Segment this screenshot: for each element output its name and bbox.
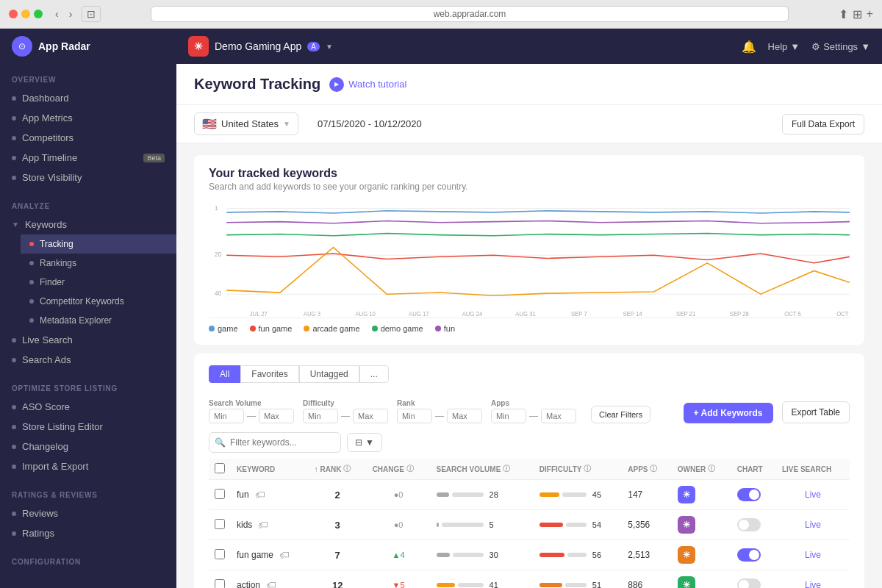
export-table-button[interactable]: Export Table	[782, 401, 850, 423]
country-selector[interactable]: 🇺🇸 United States ▼	[194, 112, 298, 135]
tab-all[interactable]: All	[209, 365, 240, 383]
table-filters-bar: Search Volume — Difficulty —	[209, 399, 850, 423]
sv-info-icon[interactable]: ⓘ	[503, 464, 510, 474]
rank-min[interactable]	[397, 409, 432, 423]
sidebar-item-ratings[interactable]: Ratings	[0, 523, 176, 543]
diff-bar-wrap: 54	[539, 520, 616, 529]
minimize-dot[interactable]	[21, 10, 30, 18]
sidebar-item-store-visibility[interactable]: Store Visibility	[0, 168, 176, 187]
keyword-tag-icon: 🏷	[266, 579, 276, 588]
sidebar-item-tracking[interactable]: Tracking	[21, 234, 176, 254]
top-nav: ⊙ App Radar	[0, 29, 176, 64]
full-data-export-button[interactable]: Full Data Export	[782, 114, 864, 135]
sidebar-item-store-listing-editor[interactable]: Store Listing Editor	[0, 417, 176, 437]
app-timeline-dot	[12, 156, 16, 160]
svg-text:40: 40	[215, 290, 222, 297]
table-tabs: All Favorites Untagged ...	[209, 365, 389, 383]
chart-toggle[interactable]	[737, 548, 761, 562]
add-tab-icon[interactable]: +	[867, 7, 873, 21]
live-search-link[interactable]: Live	[805, 550, 821, 560]
notification-icon[interactable]: 🔔	[742, 40, 756, 54]
owner-badge: ✳	[678, 576, 695, 588]
live-search-link[interactable]: Live	[805, 520, 821, 530]
forward-button[interactable]: ›	[65, 7, 76, 21]
competitor-keywords-label: Competitor Keywords	[40, 296, 124, 306]
finder-dot	[29, 280, 34, 284]
difficulty-max[interactable]	[353, 409, 388, 423]
rank-info-icon[interactable]: ⓘ	[343, 464, 351, 474]
live-search-link[interactable]: Live	[805, 490, 821, 500]
row-checkbox[interactable]	[215, 549, 225, 559]
app-selector[interactable]: ✳ Demo Gaming App A ▼	[188, 36, 333, 57]
sidebar-item-import-export[interactable]: Import & Export	[0, 456, 176, 476]
legend-dot-fun	[435, 326, 441, 331]
settings-button[interactable]: ⚙ Settings ▼	[811, 41, 870, 52]
tab-more[interactable]: ...	[359, 365, 389, 383]
diff-bar-remaining	[566, 523, 587, 527]
tab-view-button[interactable]: ⊡	[82, 6, 101, 22]
sidebar-item-aso-score[interactable]: ASO Score	[0, 397, 176, 417]
difficulty-min[interactable]	[303, 409, 338, 423]
th-apps: APPS ⓘ	[622, 459, 672, 480]
select-all-checkbox[interactable]	[215, 463, 225, 473]
change-info-icon[interactable]: ⓘ	[406, 464, 414, 474]
metadata-explorer-dot	[29, 318, 34, 323]
live-search-link[interactable]: Live	[805, 580, 821, 588]
share-icon[interactable]: ⬆	[839, 7, 848, 21]
svg-text:JUL 27: JUL 27	[250, 311, 268, 318]
fullscreen-dot[interactable]	[34, 10, 43, 18]
sidebar-item-reviews[interactable]: Reviews	[0, 503, 176, 523]
browser-actions: ⬆ ⊞ +	[839, 7, 873, 21]
sidebar-item-keywords[interactable]: ▼ Keywords	[0, 215, 176, 234]
aso-score-dot	[12, 405, 16, 409]
sidebar-item-app-timeline[interactable]: App Timeline Beta	[0, 148, 176, 168]
sidebar-item-finder[interactable]: Finder	[21, 273, 176, 292]
sidebar-item-dashboard[interactable]: Dashboard	[0, 88, 176, 108]
address-bar[interactable]: web.appradar.com	[151, 6, 788, 22]
keywords-label: Keywords	[25, 219, 67, 230]
row-checkbox[interactable]	[215, 579, 225, 589]
apps-info-icon[interactable]: ⓘ	[650, 464, 657, 474]
sidebar-item-competitor-keywords[interactable]: Competitor Keywords	[21, 292, 176, 311]
help-button[interactable]: Help ▼	[768, 41, 800, 52]
sidebar-item-search-ads[interactable]: Search Ads	[0, 350, 176, 370]
table-header-row: KEYWORD ↑ RANK ⓘ CHANGE ⓘ	[209, 459, 850, 480]
rank-max[interactable]	[447, 409, 482, 423]
metadata-explorer-label: Metadata Explorer	[40, 315, 112, 326]
keyword-search-input[interactable]	[209, 432, 341, 453]
row-checkbox[interactable]	[215, 489, 225, 499]
tab-favorites[interactable]: Favorites	[240, 365, 298, 383]
sv-bar-wrap: 28	[437, 490, 528, 499]
table-head: KEYWORD ↑ RANK ⓘ CHANGE ⓘ	[209, 459, 850, 480]
sidebar-item-rankings[interactable]: Rankings	[21, 254, 176, 273]
sidebar-item-live-search[interactable]: Live Search	[0, 330, 176, 350]
logo-icon: ⊙	[12, 36, 32, 57]
search-volume-min[interactable]	[209, 409, 244, 423]
watch-tutorial-button[interactable]: ▶ Watch tutorial	[329, 77, 406, 92]
diff-info-icon[interactable]: ⓘ	[584, 464, 591, 474]
chart-toggle[interactable]	[737, 518, 761, 531]
sv-bar	[437, 553, 450, 557]
chart-toggle[interactable]	[737, 488, 761, 501]
back-button[interactable]: ‹	[51, 7, 62, 21]
store-listing-editor-dot	[12, 425, 16, 429]
tab-untagged[interactable]: Untagged	[299, 365, 359, 383]
sidebar-item-competitors[interactable]: Competitors	[0, 128, 176, 148]
chart-toggle[interactable]	[737, 578, 761, 588]
svg-text:AUG 24: AUG 24	[462, 311, 483, 318]
sv-bar-wrap: 30	[437, 551, 528, 559]
clear-filters-button[interactable]: Clear Filters	[591, 406, 650, 423]
close-dot[interactable]	[9, 10, 18, 18]
sidebar-item-metadata-explorer[interactable]: Metadata Explorer	[21, 311, 176, 330]
apps-max[interactable]	[541, 409, 576, 423]
dashboard-dot	[12, 96, 16, 101]
row-checkbox[interactable]	[215, 519, 225, 529]
bookmark-icon[interactable]: ⊞	[853, 7, 862, 21]
apps-min[interactable]	[491, 409, 526, 423]
sidebar-item-app-metrics[interactable]: App Metrics	[0, 108, 176, 128]
owner-info-icon[interactable]: ⓘ	[708, 464, 715, 474]
sidebar-item-changelog[interactable]: Changelog	[0, 437, 176, 456]
filter-toggle-button[interactable]: ⊟ ▼	[347, 433, 382, 452]
add-keywords-button[interactable]: + Add Keywords	[684, 403, 773, 423]
search-volume-max[interactable]	[259, 409, 294, 423]
